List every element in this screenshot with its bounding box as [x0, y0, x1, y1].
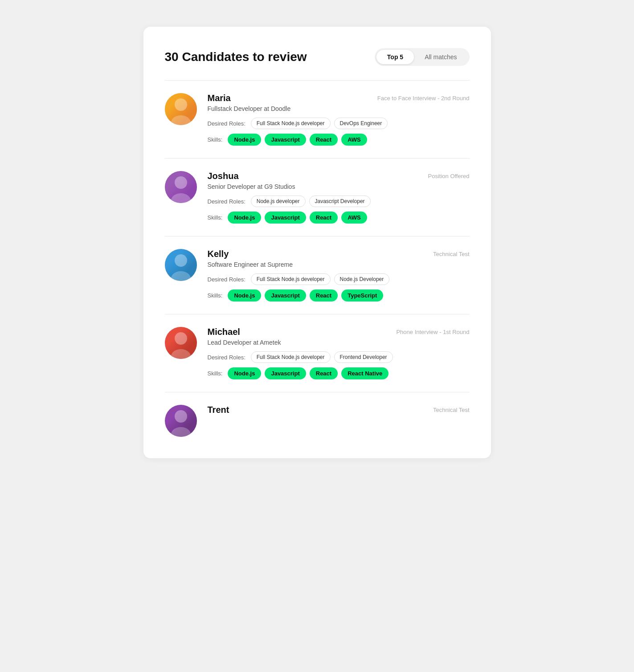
- candidate-name: Michael: [208, 327, 240, 337]
- avatar: [165, 249, 197, 281]
- avatar-image: [165, 171, 197, 203]
- desired-roles-row: Desired Roles:Full Stack Node.js develop…: [208, 273, 470, 285]
- skill-tag: React Native: [341, 367, 389, 379]
- skill-tag: React: [310, 212, 338, 224]
- svg-point-3: [171, 193, 191, 203]
- skill-tag: Node.js: [228, 289, 261, 301]
- svg-point-4: [175, 254, 187, 267]
- candidate-job-title: Fullstack Developer at Doodle: [208, 105, 470, 112]
- skills-label: Skills:: [208, 214, 223, 221]
- svg-point-9: [171, 427, 191, 437]
- svg-point-5: [171, 271, 191, 281]
- candidate-row[interactable]: JoshuaPosition OfferedSenior Developer a…: [165, 171, 470, 236]
- stage-label: Face to Face Interview - 2nd Round: [377, 93, 470, 102]
- candidate-info: MariaFace to Face Interview - 2nd RoundF…: [208, 93, 470, 146]
- desired-roles-row: Desired Roles:Node.js developerJavascrip…: [208, 195, 470, 207]
- candidate-name: Trent: [208, 405, 229, 415]
- skills-row: Skills:Node.jsJavascriptReactTypeScript: [208, 289, 470, 301]
- candidates-card: 30 Candidates to review Top 5 All matche…: [143, 27, 491, 458]
- all-matches-toggle-button[interactable]: All matches: [414, 50, 467, 64]
- skills-label: Skills:: [208, 292, 223, 299]
- candidate-job-title: Software Engineer at Supreme: [208, 261, 470, 268]
- avatar: [165, 405, 197, 437]
- skill-tag: React: [310, 289, 338, 301]
- skill-tag: Javascript: [265, 289, 306, 301]
- svg-point-0: [175, 98, 187, 111]
- role-tag: Javascript Developer: [309, 195, 371, 207]
- candidate-info: JoshuaPosition OfferedSenior Developer a…: [208, 171, 470, 224]
- role-tag: DevOps Engineer: [334, 118, 388, 129]
- skill-tag: Javascript: [265, 367, 306, 379]
- skill-tag: Javascript: [265, 212, 306, 224]
- candidate-name: Joshua: [208, 171, 239, 181]
- avatar-image: [165, 249, 197, 281]
- desired-roles-row: Desired Roles:Full Stack Node.js develop…: [208, 118, 470, 129]
- candidate-job-title: Senior Developer at G9 Studios: [208, 183, 470, 190]
- candidate-row[interactable]: MichaelPhone Interview - 1st RoundLead D…: [165, 327, 470, 392]
- skills-row: Skills:Node.jsJavascriptReactReact Nativ…: [208, 367, 470, 379]
- role-tag: Node.js developer: [251, 195, 306, 207]
- candidate-top-row: TrentTechnical Test: [208, 405, 470, 415]
- candidate-top-row: KellyTechnical Test: [208, 249, 470, 259]
- candidate-info: MichaelPhone Interview - 1st RoundLead D…: [208, 327, 470, 379]
- skills-row: Skills:Node.jsJavascriptReactAWS: [208, 212, 470, 224]
- avatar-image: [165, 327, 197, 359]
- avatar-image: [165, 405, 197, 437]
- desired-roles-label: Desired Roles:: [208, 198, 245, 205]
- skill-tag: Node.js: [228, 134, 261, 146]
- candidate-info: TrentTechnical Test: [208, 405, 470, 420]
- skills-label: Skills:: [208, 370, 223, 377]
- page-header: 30 Candidates to review Top 5 All matche…: [165, 48, 470, 66]
- desired-roles-label: Desired Roles:: [208, 354, 245, 361]
- stage-label: Phone Interview - 1st Round: [396, 327, 469, 335]
- candidate-name: Maria: [208, 93, 231, 103]
- role-tag: Full Stack Node.js developer: [251, 351, 331, 363]
- candidate-job-title: Lead Developer at Ametek: [208, 339, 470, 346]
- candidate-top-row: JoshuaPosition Offered: [208, 171, 470, 181]
- stage-label: Position Offered: [428, 171, 470, 179]
- candidate-top-row: MichaelPhone Interview - 1st Round: [208, 327, 470, 337]
- candidate-top-row: MariaFace to Face Interview - 2nd Round: [208, 93, 470, 103]
- skill-tag: Node.js: [228, 212, 261, 224]
- candidate-name: Kelly: [208, 249, 229, 259]
- svg-point-8: [175, 410, 187, 423]
- page-title: 30 Candidates to review: [165, 50, 307, 64]
- skill-tag: AWS: [341, 212, 367, 224]
- avatar: [165, 93, 197, 125]
- role-tag: Node.js Developer: [334, 273, 390, 285]
- stage-label: Technical Test: [433, 405, 469, 413]
- skill-tag: TypeScript: [341, 289, 383, 301]
- header-divider: [165, 80, 470, 81]
- avatar: [165, 171, 197, 203]
- desired-roles-label: Desired Roles:: [208, 120, 245, 127]
- candidate-row[interactable]: KellyTechnical TestSoftware Engineer at …: [165, 249, 470, 314]
- role-tag: Frontend Developer: [334, 351, 393, 363]
- candidate-info: KellyTechnical TestSoftware Engineer at …: [208, 249, 470, 301]
- desired-roles-row: Desired Roles:Full Stack Node.js develop…: [208, 351, 470, 363]
- avatar: [165, 327, 197, 359]
- skill-tag: React: [310, 134, 338, 146]
- skills-row: Skills:Node.jsJavascriptReactAWS: [208, 134, 470, 146]
- skill-tag: Javascript: [265, 134, 306, 146]
- skill-tag: Node.js: [228, 367, 261, 379]
- role-tag: Full Stack Node.js developer: [251, 273, 331, 285]
- skill-tag: React: [310, 367, 338, 379]
- stage-label: Technical Test: [433, 249, 469, 257]
- skills-label: Skills:: [208, 136, 223, 143]
- svg-point-2: [175, 176, 187, 189]
- candidate-row[interactable]: TrentTechnical Test: [165, 405, 470, 437]
- desired-roles-label: Desired Roles:: [208, 276, 245, 283]
- candidate-row[interactable]: MariaFace to Face Interview - 2nd RoundF…: [165, 93, 470, 159]
- avatar-image: [165, 93, 197, 125]
- role-tag: Full Stack Node.js developer: [251, 118, 331, 129]
- svg-point-1: [171, 115, 191, 125]
- svg-point-6: [175, 332, 187, 345]
- candidates-list: MariaFace to Face Interview - 2nd RoundF…: [165, 93, 470, 437]
- top-toggle-button[interactable]: Top 5: [376, 50, 414, 64]
- skill-tag: AWS: [341, 134, 367, 146]
- svg-point-7: [171, 349, 191, 359]
- view-toggle-group: Top 5 All matches: [375, 48, 470, 66]
